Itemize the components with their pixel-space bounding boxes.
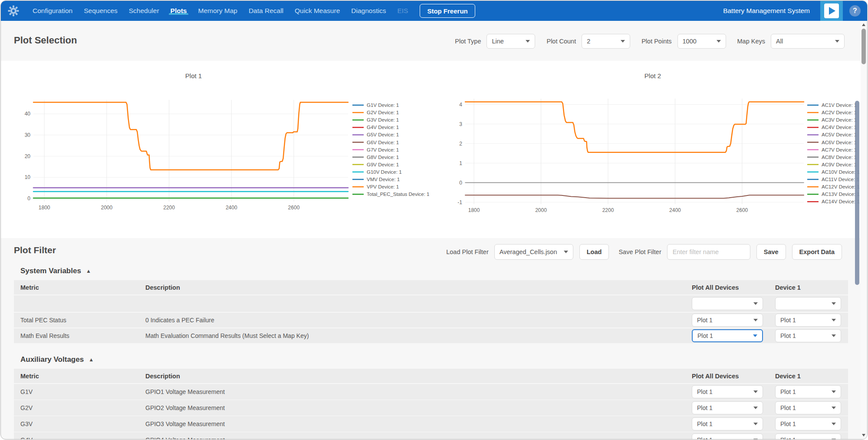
legend-label: G5V Device: 1 (367, 132, 399, 137)
page-scrollbar-thumb[interactable] (861, 29, 866, 64)
auxiliary-voltages-title: Auxiliary Voltages (20, 355, 84, 364)
plot-all-select-g2v[interactable]: Plot 1 (692, 401, 763, 414)
collapse-triangle-up-icon[interactable]: ▲ (86, 268, 91, 274)
nav-item-diagnostics[interactable]: Diagnostics (345, 7, 391, 15)
nav-item-plots[interactable]: Plots (165, 7, 193, 15)
gear-icon[interactable] (8, 5, 19, 17)
chevron-down-icon (832, 302, 836, 305)
plot-count-select[interactable]: 2 (582, 34, 630, 49)
legend-label: AC2V Device: 1 (822, 110, 857, 115)
svg-text:2000: 2000 (101, 205, 113, 211)
plot-all-select-g1v[interactable]: Plot 1 (692, 385, 763, 398)
table-row-total-pec-status: Total PEC Status0 Indicates a PEC Failur… (14, 313, 848, 328)
table-row-g3v: G3VGPIO3 Voltage MeasurementPlot 1Plot 1 (14, 416, 848, 432)
scroll-down-icon[interactable] (862, 434, 865, 437)
plot-type-select[interactable]: Line (487, 34, 535, 49)
nav-item-quick-measure[interactable]: Quick Measure (289, 7, 345, 15)
nav-item-scheduler[interactable]: Scheduler (123, 7, 165, 15)
device1-select-g1v-value: Plot 1 (780, 388, 796, 395)
svg-text:20: 20 (25, 153, 31, 159)
nav-item-configuration[interactable]: Configuration (27, 7, 78, 15)
scroll-up-icon[interactable] (862, 23, 865, 26)
page-scrollbar[interactable] (861, 21, 867, 439)
table-row-g2v: G2VGPIO2 Voltage MeasurementPlot 1Plot 1 (14, 400, 848, 416)
plots-card: Plot 101020304018002000220024002600G1V D… (1, 61, 867, 238)
device1-select-g1v[interactable]: Plot 1 (775, 385, 841, 398)
plot-all-select-g3v[interactable]: Plot 1 (692, 417, 763, 430)
svg-text:0: 0 (27, 195, 30, 202)
play-button[interactable] (820, 1, 843, 21)
collapse-triangle-up-icon[interactable]: ▲ (89, 357, 94, 363)
plot-all-select-math-eval-results-value: Plot 1 (697, 332, 713, 339)
chevron-down-icon (832, 439, 836, 440)
device1-cell: Plot 1 (773, 314, 848, 327)
stop-freerun-button[interactable]: Stop Freerun (420, 4, 475, 18)
filter-plot-all-select[interactable] (692, 297, 763, 310)
device1-select-g2v[interactable]: Plot 1 (775, 401, 841, 414)
help-button[interactable]: ? (843, 5, 867, 17)
nav-item-eis[interactable]: EIS (391, 7, 414, 15)
chevron-down-icon (753, 302, 758, 305)
svg-text:2: 2 (459, 141, 462, 147)
device1-select-g3v[interactable]: Plot 1 (775, 417, 841, 430)
legend-label: AC6V Device: 1 (822, 140, 857, 145)
chevron-down-icon (717, 40, 721, 43)
app-title: Battery Management System (723, 7, 810, 15)
plot-points-select-value: 1000 (683, 38, 697, 45)
svg-text:1800: 1800 (468, 207, 480, 213)
load-button[interactable]: Load (579, 244, 609, 260)
play-icon (824, 3, 839, 18)
nav-left: ConfigurationSequencesSchedulerPlotsMemo… (1, 1, 475, 21)
map-keys-select-value: All (776, 38, 783, 45)
device1-select-total-pec-status[interactable]: Plot 1 (775, 314, 841, 327)
chevron-down-icon (753, 334, 757, 337)
device1-select-math-eval-results-value: Plot 1 (780, 332, 796, 339)
plot-all-select-math-eval-results[interactable]: Plot 1 (692, 329, 763, 342)
legend-label: G3V Device: 1 (367, 117, 399, 122)
load-filter-select[interactable]: Averaged_Cells.json (494, 244, 573, 260)
save-plot-filter-label: Save Plot Filter (618, 248, 661, 255)
device1-select-total-pec-status-value: Plot 1 (780, 317, 796, 324)
svg-text:2400: 2400 (669, 207, 681, 213)
column-header-device-1: Device 1 (773, 284, 848, 291)
svg-text:40: 40 (25, 111, 31, 117)
system-variables-title: System Variables (20, 267, 81, 275)
top-nav: ConfigurationSequencesSchedulerPlotsMemo… (1, 1, 867, 21)
table-header-row: MetricDescriptionPlot All DevicesDevice … (14, 369, 848, 383)
legend-label: Total_PEC_Status Device: 1 (367, 192, 429, 197)
description-cell: GPIO4 Voltage Measurement (145, 437, 690, 440)
filter-device1-select[interactable] (775, 297, 841, 310)
save-button[interactable]: Save (756, 244, 786, 260)
svg-text:1: 1 (459, 160, 462, 166)
table-row-g4v: G4VGPIO4 Voltage MeasurementPlot 1Plot 1 (14, 432, 848, 440)
filter-name-input[interactable] (667, 244, 750, 260)
column-header-plot-all-devices: Plot All Devices (690, 284, 773, 291)
system-variables-table: MetricDescriptionPlot All DevicesDevice … (14, 280, 848, 343)
device1-select-math-eval-results[interactable]: Plot 1 (775, 329, 841, 342)
plot-points-select[interactable]: 1000 (677, 34, 726, 49)
device1-select-g2v-value: Plot 1 (780, 404, 796, 411)
plot-type-select-value: Line (492, 38, 503, 45)
device1-select-g4v-value: Plot 1 (780, 437, 796, 440)
plot-all-select-total-pec-status[interactable]: Plot 1 (692, 314, 763, 327)
export-data-button[interactable]: Export Data (792, 244, 842, 260)
nav-item-sequences[interactable]: Sequences (78, 7, 123, 15)
table-row-math-eval-results: Math Eval ResultsMath Evaluation Command… (14, 328, 848, 343)
plot-all-select-g4v[interactable]: Plot 1 (692, 433, 763, 440)
svg-text:2200: 2200 (602, 207, 614, 213)
device1-select-g4v[interactable]: Plot 1 (775, 433, 841, 440)
chevron-down-icon (832, 319, 836, 321)
plots-scrollbar-thumb[interactable] (855, 101, 859, 285)
chevron-down-icon (832, 423, 836, 425)
help-icon: ? (849, 5, 861, 17)
description-cell: GPIO1 Voltage Measurement (145, 388, 690, 395)
chevron-down-icon (753, 423, 758, 425)
legend-label: AC9V Device: 1 (822, 162, 857, 167)
table-filter-row (14, 295, 848, 312)
nav-item-data-recall[interactable]: Data Recall (243, 7, 289, 15)
nav-item-memory-map[interactable]: Memory Map (192, 7, 243, 15)
filter-tables: System Variables▲MetricDescriptionPlot A… (14, 267, 848, 440)
plot-2-svg: Plot 2-10123418002000220024002600AC1V De… (452, 66, 865, 235)
map-keys-select[interactable]: All (771, 34, 845, 49)
legend-label: AC12V Device: 1 (822, 184, 860, 189)
